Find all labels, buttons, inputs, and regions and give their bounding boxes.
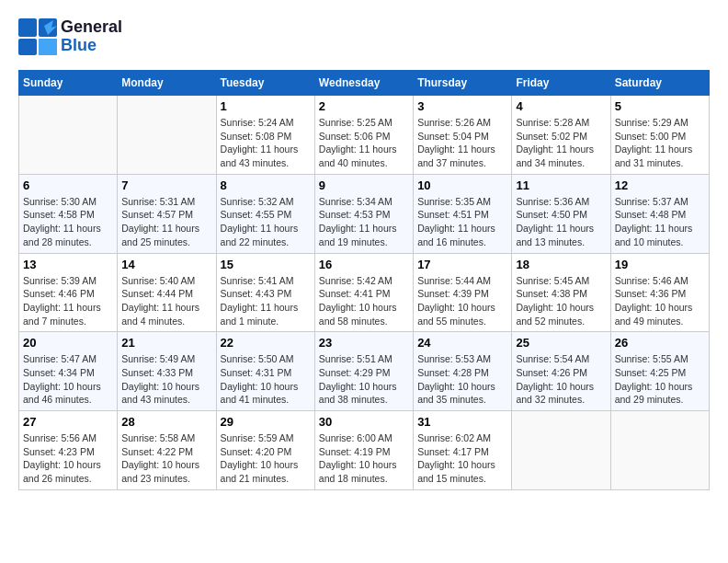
daylight-label: Daylight: 10 hours and 29 minutes. xyxy=(615,381,693,406)
day-number: 10 xyxy=(417,178,507,192)
sunset-label: Sunset: 4:36 PM xyxy=(615,288,687,299)
sunset-label: Sunset: 4:33 PM xyxy=(121,367,193,378)
day-info: Sunrise: 5:44 AM Sunset: 4:39 PM Dayligh… xyxy=(417,274,507,328)
sunrise-label: Sunrise: 5:54 AM xyxy=(516,353,589,364)
sunset-label: Sunset: 4:17 PM xyxy=(417,446,489,457)
day-info: Sunrise: 5:30 AM Sunset: 4:58 PM Dayligh… xyxy=(23,195,113,249)
header-sunday: Sunday xyxy=(19,71,118,96)
sunset-label: Sunset: 4:53 PM xyxy=(319,209,391,220)
calendar-cell: 11 Sunrise: 5:36 AM Sunset: 4:50 PM Dayl… xyxy=(512,174,610,253)
calendar-cell: 31 Sunrise: 6:02 AM Sunset: 4:17 PM Dayl… xyxy=(414,411,512,490)
sunrise-label: Sunrise: 5:47 AM xyxy=(23,353,97,364)
sunset-label: Sunset: 4:43 PM xyxy=(221,288,292,299)
sunrise-label: Sunrise: 5:37 AM xyxy=(615,196,688,207)
daylight-label: Daylight: 11 hours and 19 minutes. xyxy=(319,223,397,247)
daylight-label: Daylight: 10 hours and 32 minutes. xyxy=(516,381,594,406)
day-info: Sunrise: 5:51 AM Sunset: 4:29 PM Dayligh… xyxy=(319,352,409,407)
sunset-label: Sunset: 4:26 PM xyxy=(516,367,587,378)
sunrise-label: Sunrise: 5:51 AM xyxy=(319,353,392,364)
sunset-label: Sunset: 4:25 PM xyxy=(615,367,687,378)
day-number: 2 xyxy=(319,99,409,113)
daylight-label: Daylight: 11 hours and 4 minutes. xyxy=(121,302,199,327)
daylight-label: Daylight: 10 hours and 35 minutes. xyxy=(417,381,495,406)
header-monday: Monday xyxy=(118,71,216,96)
sunrise-label: Sunrise: 5:30 AM xyxy=(23,196,97,207)
sunrise-label: Sunrise: 5:39 AM xyxy=(23,275,97,286)
sunrise-label: Sunrise: 5:46 AM xyxy=(615,275,688,286)
sunset-label: Sunset: 4:34 PM xyxy=(23,367,95,378)
sunrise-label: Sunrise: 5:31 AM xyxy=(121,196,195,207)
day-number: 12 xyxy=(615,178,705,192)
day-number: 24 xyxy=(417,336,507,350)
calendar-cell: 12 Sunrise: 5:37 AM Sunset: 4:48 PM Dayl… xyxy=(610,174,709,253)
sunrise-label: Sunrise: 5:25 AM xyxy=(319,117,392,128)
calendar-cell: 7 Sunrise: 5:31 AM Sunset: 4:57 PM Dayli… xyxy=(118,174,216,253)
day-number: 26 xyxy=(615,336,705,350)
daylight-label: Daylight: 11 hours and 40 minutes. xyxy=(319,144,397,168)
sunrise-label: Sunrise: 5:41 AM xyxy=(221,275,294,286)
daylight-label: Daylight: 11 hours and 43 minutes. xyxy=(221,144,299,168)
calendar-cell: 23 Sunrise: 5:51 AM Sunset: 4:29 PM Dayl… xyxy=(314,332,413,411)
sunset-label: Sunset: 4:22 PM xyxy=(121,446,193,457)
day-number: 9 xyxy=(319,178,409,192)
calendar-cell: 29 Sunrise: 5:59 AM Sunset: 4:20 PM Dayl… xyxy=(216,411,314,490)
daylight-label: Daylight: 10 hours and 41 minutes. xyxy=(221,381,299,406)
sunset-label: Sunset: 4:57 PM xyxy=(121,209,193,220)
calendar-cell: 4 Sunrise: 5:28 AM Sunset: 5:02 PM Dayli… xyxy=(512,96,610,175)
daylight-label: Daylight: 11 hours and 13 minutes. xyxy=(516,223,594,247)
calendar-cell: 21 Sunrise: 5:49 AM Sunset: 4:33 PM Dayl… xyxy=(118,332,216,411)
sunset-label: Sunset: 4:55 PM xyxy=(221,209,292,220)
day-number: 29 xyxy=(221,415,311,429)
sunrise-label: Sunrise: 5:35 AM xyxy=(417,196,491,207)
day-number: 18 xyxy=(516,258,606,271)
daylight-label: Daylight: 10 hours and 52 minutes. xyxy=(516,302,594,327)
day-number: 15 xyxy=(221,258,311,271)
logo-blue: Blue xyxy=(61,37,122,55)
daylight-label: Daylight: 10 hours and 55 minutes. xyxy=(417,302,495,327)
calendar-cell xyxy=(610,411,709,490)
day-number: 1 xyxy=(221,99,311,113)
calendar-cell: 28 Sunrise: 5:58 AM Sunset: 4:22 PM Dayl… xyxy=(118,411,216,490)
sunset-label: Sunset: 4:50 PM xyxy=(516,209,587,220)
sunrise-label: Sunrise: 5:49 AM xyxy=(121,353,195,364)
calendar-cell: 6 Sunrise: 5:30 AM Sunset: 4:58 PM Dayli… xyxy=(19,174,118,253)
calendar-header-row: SundayMondayTuesdayWednesdayThursdayFrid… xyxy=(19,71,710,96)
day-info: Sunrise: 5:32 AM Sunset: 4:55 PM Dayligh… xyxy=(221,195,311,249)
sunrise-label: Sunrise: 5:29 AM xyxy=(615,117,688,128)
sunrise-label: Sunrise: 5:36 AM xyxy=(516,196,589,207)
svg-rect-0 xyxy=(18,18,37,37)
day-info: Sunrise: 5:25 AM Sunset: 5:06 PM Dayligh… xyxy=(319,116,409,170)
day-number: 31 xyxy=(417,415,507,429)
day-number: 25 xyxy=(516,336,606,350)
day-info: Sunrise: 5:42 AM Sunset: 4:41 PM Dayligh… xyxy=(319,274,409,328)
day-info: Sunrise: 5:53 AM Sunset: 4:28 PM Dayligh… xyxy=(417,352,507,407)
sunrise-label: Sunrise: 5:53 AM xyxy=(417,353,491,364)
calendar-week-row: 1 Sunrise: 5:24 AM Sunset: 5:08 PM Dayli… xyxy=(19,96,710,175)
sunset-label: Sunset: 4:31 PM xyxy=(221,367,292,378)
day-info: Sunrise: 5:46 AM Sunset: 4:36 PM Dayligh… xyxy=(615,274,705,328)
daylight-label: Daylight: 11 hours and 1 minute. xyxy=(221,302,299,327)
day-number: 22 xyxy=(221,336,311,350)
sunset-label: Sunset: 5:08 PM xyxy=(221,131,292,142)
day-info: Sunrise: 5:41 AM Sunset: 4:43 PM Dayligh… xyxy=(221,274,311,328)
calendar-cell: 17 Sunrise: 5:44 AM Sunset: 4:39 PM Dayl… xyxy=(414,253,512,332)
daylight-label: Daylight: 11 hours and 31 minutes. xyxy=(615,144,693,168)
daylight-label: Daylight: 10 hours and 49 minutes. xyxy=(615,302,693,327)
day-info: Sunrise: 5:36 AM Sunset: 4:50 PM Dayligh… xyxy=(516,195,606,249)
sunrise-label: Sunrise: 5:26 AM xyxy=(417,117,491,128)
logo-general: General xyxy=(61,18,122,37)
sunset-label: Sunset: 4:58 PM xyxy=(23,209,95,220)
sunset-label: Sunset: 4:20 PM xyxy=(221,446,292,457)
calendar-cell: 3 Sunrise: 5:26 AM Sunset: 5:04 PM Dayli… xyxy=(414,96,512,175)
sunrise-label: Sunrise: 5:50 AM xyxy=(221,353,294,364)
day-number: 27 xyxy=(23,415,113,429)
calendar-cell xyxy=(512,411,610,490)
sunrise-label: Sunrise: 6:00 AM xyxy=(319,432,392,443)
header-saturday: Saturday xyxy=(610,71,709,96)
calendar-cell: 22 Sunrise: 5:50 AM Sunset: 4:31 PM Dayl… xyxy=(216,332,314,411)
calendar-week-row: 13 Sunrise: 5:39 AM Sunset: 4:46 PM Dayl… xyxy=(19,253,710,332)
day-number: 5 xyxy=(615,99,705,113)
daylight-label: Daylight: 10 hours and 26 minutes. xyxy=(23,459,101,484)
daylight-label: Daylight: 10 hours and 21 minutes. xyxy=(221,459,299,484)
header-thursday: Thursday xyxy=(414,71,512,96)
